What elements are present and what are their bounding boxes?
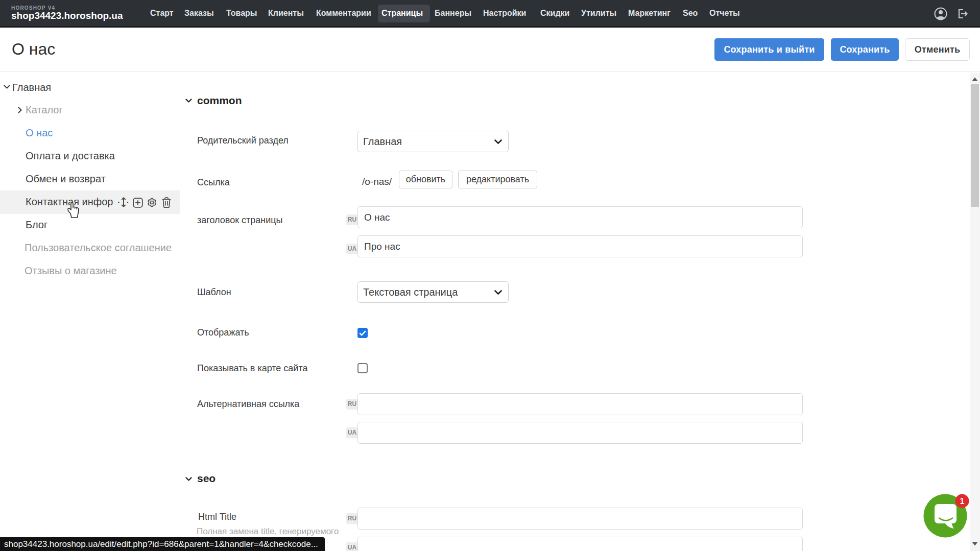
- svg-text:1: 1: [960, 497, 965, 506]
